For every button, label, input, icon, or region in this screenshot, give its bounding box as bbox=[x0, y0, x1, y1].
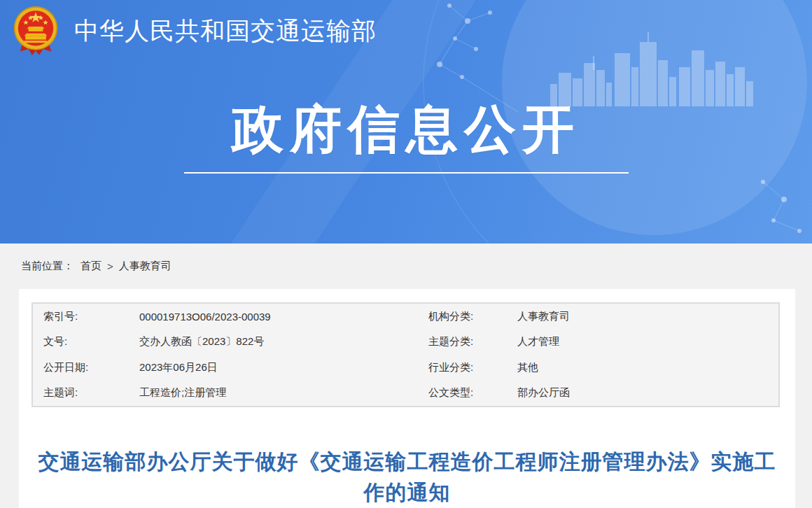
skyline-silhouette bbox=[550, 32, 753, 106]
national-emblem-icon bbox=[10, 4, 62, 57]
document-meta-panel: 索引号: 000019713O06/2023-00039 机构分类: 人事教育司… bbox=[31, 302, 780, 407]
site-banner: 中华人民共和国交通运输部 政府信息公开 bbox=[0, 0, 812, 244]
meta-label: 主题分类: bbox=[428, 335, 517, 348]
meta-value: 人事教育司 bbox=[517, 310, 778, 323]
meta-label: 文号: bbox=[43, 335, 139, 348]
meta-value: 人才管理 bbox=[517, 335, 778, 348]
meta-value: 交办人教函〔2023〕822号 bbox=[139, 335, 428, 348]
meta-label: 主题词: bbox=[43, 386, 139, 400]
meta-label: 行业分类: bbox=[428, 361, 517, 374]
breadcrumb-home-link[interactable]: 首页 bbox=[80, 260, 102, 273]
meta-row-docnumber: 文号: 交办人教函〔2023〕822号 主题分类: 人才管理 bbox=[33, 330, 778, 355]
meta-label: 公开日期: bbox=[43, 361, 139, 374]
meta-label: 索引号: bbox=[43, 310, 139, 323]
meta-label: 机构分类: bbox=[428, 310, 517, 323]
page-title: 政府信息公开 bbox=[0, 104, 812, 155]
content-container: 索引号: 000019713O06/2023-00039 机构分类: 人事教育司… bbox=[19, 289, 795, 508]
breadcrumb-label: 当前位置： bbox=[21, 260, 74, 273]
breadcrumb-section-link[interactable]: 人事教育司 bbox=[119, 260, 172, 273]
meta-row-date: 公开日期: 2023年06月26日 行业分类: 其他 bbox=[33, 355, 778, 381]
meta-label: 公文类型: bbox=[428, 386, 517, 400]
breadcrumb-separator: > bbox=[107, 260, 113, 272]
site-name[interactable]: 中华人民共和国交通运输部 bbox=[74, 15, 377, 48]
breadcrumb: 当前位置： 首页 > 人事教育司 bbox=[0, 244, 812, 289]
meta-row-index: 索引号: 000019713O06/2023-00039 机构分类: 人事教育司 bbox=[33, 304, 778, 330]
meta-value: 000019713O06/2023-00039 bbox=[139, 311, 428, 323]
title-underline bbox=[184, 172, 629, 174]
meta-value: 其他 bbox=[517, 361, 778, 374]
document-title: 交通运输部办公厅关于做好《交通运输工程造价工程师注册管理办法》实施工作的通知 bbox=[35, 446, 780, 508]
meta-value: 部办公厅函 bbox=[517, 386, 778, 400]
meta-value: 工程造价;注册管理 bbox=[139, 386, 428, 400]
meta-value: 2023年06月26日 bbox=[139, 361, 428, 374]
meta-row-keywords: 主题词: 工程造价;注册管理 公文类型: 部办公厅函 bbox=[33, 381, 778, 407]
